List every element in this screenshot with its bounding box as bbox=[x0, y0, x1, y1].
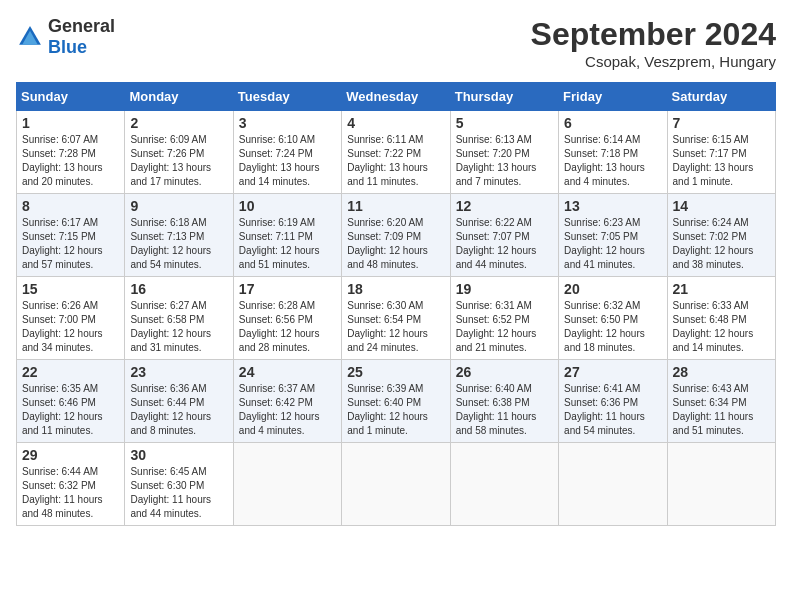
day-info-24: Sunrise: 6:37 AMSunset: 6:42 PMDaylight:… bbox=[239, 383, 320, 436]
day-info-20: Sunrise: 6:32 AMSunset: 6:50 PMDaylight:… bbox=[564, 300, 645, 353]
col-wednesday: Wednesday bbox=[342, 83, 450, 111]
day-number-4: 4 bbox=[347, 115, 444, 131]
day-info-13: Sunrise: 6:23 AMSunset: 7:05 PMDaylight:… bbox=[564, 217, 645, 270]
day-cell-28: 28 Sunrise: 6:43 AMSunset: 6:34 PMDaylig… bbox=[667, 360, 775, 443]
day-info-26: Sunrise: 6:40 AMSunset: 6:38 PMDaylight:… bbox=[456, 383, 537, 436]
day-number-26: 26 bbox=[456, 364, 553, 380]
empty-cell-4-6 bbox=[667, 443, 775, 526]
day-number-24: 24 bbox=[239, 364, 336, 380]
day-cell-11: 11 Sunrise: 6:20 AMSunset: 7:09 PMDaylig… bbox=[342, 194, 450, 277]
day-info-4: Sunrise: 6:11 AMSunset: 7:22 PMDaylight:… bbox=[347, 134, 428, 187]
day-cell-27: 27 Sunrise: 6:41 AMSunset: 6:36 PMDaylig… bbox=[559, 360, 667, 443]
day-cell-9: 9 Sunrise: 6:18 AMSunset: 7:13 PMDayligh… bbox=[125, 194, 233, 277]
day-info-27: Sunrise: 6:41 AMSunset: 6:36 PMDaylight:… bbox=[564, 383, 645, 436]
day-info-9: Sunrise: 6:18 AMSunset: 7:13 PMDaylight:… bbox=[130, 217, 211, 270]
day-number-5: 5 bbox=[456, 115, 553, 131]
day-number-17: 17 bbox=[239, 281, 336, 297]
empty-cell-4-3 bbox=[342, 443, 450, 526]
header: General Blue September 2024 Csopak, Vesz… bbox=[16, 16, 776, 70]
day-number-28: 28 bbox=[673, 364, 770, 380]
day-cell-29: 29 Sunrise: 6:44 AMSunset: 6:32 PMDaylig… bbox=[17, 443, 125, 526]
day-number-7: 7 bbox=[673, 115, 770, 131]
day-info-7: Sunrise: 6:15 AMSunset: 7:17 PMDaylight:… bbox=[673, 134, 754, 187]
day-number-6: 6 bbox=[564, 115, 661, 131]
day-number-3: 3 bbox=[239, 115, 336, 131]
day-info-8: Sunrise: 6:17 AMSunset: 7:15 PMDaylight:… bbox=[22, 217, 103, 270]
day-cell-5: 5 Sunrise: 6:13 AMSunset: 7:20 PMDayligh… bbox=[450, 111, 558, 194]
day-number-15: 15 bbox=[22, 281, 119, 297]
day-cell-4: 4 Sunrise: 6:11 AMSunset: 7:22 PMDayligh… bbox=[342, 111, 450, 194]
day-cell-23: 23 Sunrise: 6:36 AMSunset: 6:44 PMDaylig… bbox=[125, 360, 233, 443]
day-info-21: Sunrise: 6:33 AMSunset: 6:48 PMDaylight:… bbox=[673, 300, 754, 353]
day-cell-18: 18 Sunrise: 6:30 AMSunset: 6:54 PMDaylig… bbox=[342, 277, 450, 360]
day-info-25: Sunrise: 6:39 AMSunset: 6:40 PMDaylight:… bbox=[347, 383, 428, 436]
day-cell-1: 1 Sunrise: 6:07 AMSunset: 7:28 PMDayligh… bbox=[17, 111, 125, 194]
day-info-30: Sunrise: 6:45 AMSunset: 6:30 PMDaylight:… bbox=[130, 466, 211, 519]
day-cell-21: 21 Sunrise: 6:33 AMSunset: 6:48 PMDaylig… bbox=[667, 277, 775, 360]
day-info-3: Sunrise: 6:10 AMSunset: 7:24 PMDaylight:… bbox=[239, 134, 320, 187]
day-number-20: 20 bbox=[564, 281, 661, 297]
day-cell-17: 17 Sunrise: 6:28 AMSunset: 6:56 PMDaylig… bbox=[233, 277, 341, 360]
day-cell-10: 10 Sunrise: 6:19 AMSunset: 7:11 PMDaylig… bbox=[233, 194, 341, 277]
day-number-14: 14 bbox=[673, 198, 770, 214]
location-title: Csopak, Veszprem, Hungary bbox=[531, 53, 776, 70]
day-number-29: 29 bbox=[22, 447, 119, 463]
day-number-16: 16 bbox=[130, 281, 227, 297]
col-thursday: Thursday bbox=[450, 83, 558, 111]
day-info-16: Sunrise: 6:27 AMSunset: 6:58 PMDaylight:… bbox=[130, 300, 211, 353]
calendar-table: Sunday Monday Tuesday Wednesday Thursday… bbox=[16, 82, 776, 526]
day-number-9: 9 bbox=[130, 198, 227, 214]
day-number-27: 27 bbox=[564, 364, 661, 380]
day-info-10: Sunrise: 6:19 AMSunset: 7:11 PMDaylight:… bbox=[239, 217, 320, 270]
week-row-3: 15 Sunrise: 6:26 AMSunset: 7:00 PMDaylig… bbox=[17, 277, 776, 360]
day-number-25: 25 bbox=[347, 364, 444, 380]
day-cell-12: 12 Sunrise: 6:22 AMSunset: 7:07 PMDaylig… bbox=[450, 194, 558, 277]
day-number-23: 23 bbox=[130, 364, 227, 380]
day-info-5: Sunrise: 6:13 AMSunset: 7:20 PMDaylight:… bbox=[456, 134, 537, 187]
day-info-18: Sunrise: 6:30 AMSunset: 6:54 PMDaylight:… bbox=[347, 300, 428, 353]
day-cell-15: 15 Sunrise: 6:26 AMSunset: 7:00 PMDaylig… bbox=[17, 277, 125, 360]
day-cell-2: 2 Sunrise: 6:09 AMSunset: 7:26 PMDayligh… bbox=[125, 111, 233, 194]
day-info-11: Sunrise: 6:20 AMSunset: 7:09 PMDaylight:… bbox=[347, 217, 428, 270]
day-cell-16: 16 Sunrise: 6:27 AMSunset: 6:58 PMDaylig… bbox=[125, 277, 233, 360]
day-info-23: Sunrise: 6:36 AMSunset: 6:44 PMDaylight:… bbox=[130, 383, 211, 436]
day-cell-6: 6 Sunrise: 6:14 AMSunset: 7:18 PMDayligh… bbox=[559, 111, 667, 194]
day-info-2: Sunrise: 6:09 AMSunset: 7:26 PMDaylight:… bbox=[130, 134, 211, 187]
day-number-1: 1 bbox=[22, 115, 119, 131]
col-friday: Friday bbox=[559, 83, 667, 111]
day-number-18: 18 bbox=[347, 281, 444, 297]
day-info-29: Sunrise: 6:44 AMSunset: 6:32 PMDaylight:… bbox=[22, 466, 103, 519]
day-cell-26: 26 Sunrise: 6:40 AMSunset: 6:38 PMDaylig… bbox=[450, 360, 558, 443]
day-info-6: Sunrise: 6:14 AMSunset: 7:18 PMDaylight:… bbox=[564, 134, 645, 187]
day-info-12: Sunrise: 6:22 AMSunset: 7:07 PMDaylight:… bbox=[456, 217, 537, 270]
day-info-19: Sunrise: 6:31 AMSunset: 6:52 PMDaylight:… bbox=[456, 300, 537, 353]
week-row-5: 29 Sunrise: 6:44 AMSunset: 6:32 PMDaylig… bbox=[17, 443, 776, 526]
logo-icon bbox=[16, 23, 44, 51]
day-cell-25: 25 Sunrise: 6:39 AMSunset: 6:40 PMDaylig… bbox=[342, 360, 450, 443]
logo-blue-text: Blue bbox=[48, 37, 87, 57]
day-cell-14: 14 Sunrise: 6:24 AMSunset: 7:02 PMDaylig… bbox=[667, 194, 775, 277]
col-sunday: Sunday bbox=[17, 83, 125, 111]
empty-cell-4-5 bbox=[559, 443, 667, 526]
day-number-13: 13 bbox=[564, 198, 661, 214]
day-cell-22: 22 Sunrise: 6:35 AMSunset: 6:46 PMDaylig… bbox=[17, 360, 125, 443]
day-cell-13: 13 Sunrise: 6:23 AMSunset: 7:05 PMDaylig… bbox=[559, 194, 667, 277]
week-row-2: 8 Sunrise: 6:17 AMSunset: 7:15 PMDayligh… bbox=[17, 194, 776, 277]
day-number-10: 10 bbox=[239, 198, 336, 214]
day-number-21: 21 bbox=[673, 281, 770, 297]
col-saturday: Saturday bbox=[667, 83, 775, 111]
logo: General Blue bbox=[16, 16, 115, 58]
day-info-28: Sunrise: 6:43 AMSunset: 6:34 PMDaylight:… bbox=[673, 383, 754, 436]
col-tuesday: Tuesday bbox=[233, 83, 341, 111]
week-row-1: 1 Sunrise: 6:07 AMSunset: 7:28 PMDayligh… bbox=[17, 111, 776, 194]
empty-cell-4-2 bbox=[233, 443, 341, 526]
header-row: Sunday Monday Tuesday Wednesday Thursday… bbox=[17, 83, 776, 111]
month-title: September 2024 bbox=[531, 16, 776, 53]
day-info-1: Sunrise: 6:07 AMSunset: 7:28 PMDaylight:… bbox=[22, 134, 103, 187]
day-cell-8: 8 Sunrise: 6:17 AMSunset: 7:15 PMDayligh… bbox=[17, 194, 125, 277]
day-cell-3: 3 Sunrise: 6:10 AMSunset: 7:24 PMDayligh… bbox=[233, 111, 341, 194]
day-info-17: Sunrise: 6:28 AMSunset: 6:56 PMDaylight:… bbox=[239, 300, 320, 353]
day-info-15: Sunrise: 6:26 AMSunset: 7:00 PMDaylight:… bbox=[22, 300, 103, 353]
day-info-14: Sunrise: 6:24 AMSunset: 7:02 PMDaylight:… bbox=[673, 217, 754, 270]
day-number-11: 11 bbox=[347, 198, 444, 214]
